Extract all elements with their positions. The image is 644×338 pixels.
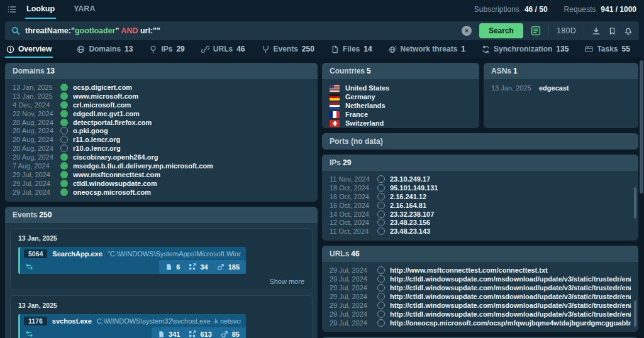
document-icon (158, 330, 165, 338)
domain-link[interactable]: oneocsp.microsoft.com (73, 188, 151, 196)
status-icon (377, 284, 385, 292)
link-icon (201, 45, 209, 53)
countries-panel: Countries5 United States Germany Netherl… (322, 63, 479, 128)
query-templates-icon[interactable] (531, 26, 541, 36)
table-row: 13 Jan, 2025ocsp.digicert.com (13, 83, 310, 92)
status-icon (377, 193, 385, 200)
search-icon (11, 26, 20, 35)
domain-link[interactable]: ciscobinary.openh264.org (73, 153, 158, 161)
domain-link[interactable]: r10.o.lencr.org (73, 144, 121, 152)
ports-panel-header: Ports (no data) (322, 133, 638, 150)
country-row: France (330, 110, 472, 119)
table-row: 29 Jul, 2024http://www.msftconnecttest.c… (330, 266, 631, 275)
asn-link[interactable]: edgecast (539, 84, 569, 92)
country-row: Netherlands (330, 101, 472, 110)
ip-link[interactable]: 2.16.241.12 (390, 193, 426, 200)
domain-link[interactable]: crl.microsoft.com (73, 101, 131, 109)
top-bar: Lookup YARA Subscriptions 46 / 50 Reques… (0, 0, 644, 19)
page-scrollbar[interactable] (640, 60, 643, 194)
query-text[interactable]: threatName:"gootloader" AND url:"" (25, 26, 160, 35)
urls-panel-header: URLs46 (322, 246, 638, 262)
modules-stat: 613 (189, 330, 211, 338)
tab-network-threats[interactable]: Network threats1 (387, 41, 467, 58)
url-link[interactable]: http://ctldl.windowsupdate.com/msdownloa… (390, 293, 631, 300)
ip-pin-icon (149, 45, 157, 53)
url-link[interactable]: http://ctldl.windowsupdate.com/msdownloa… (390, 310, 631, 318)
bookmark-icon[interactable] (608, 27, 616, 35)
table-row: 22 Nov, 2024edgedl.me.gvt1.com (13, 109, 310, 118)
tab-lookup[interactable]: Lookup (25, 0, 56, 19)
status-icon (377, 275, 385, 283)
tab-urls[interactable]: URLs46 (200, 41, 247, 58)
panel-scrollbar[interactable] (634, 300, 636, 327)
status-icon (60, 84, 68, 91)
search-input[interactable]: threatName:"gootloader" AND url:"" Searc… (5, 21, 639, 40)
domains-panel: Domains13 13 Jan, 2025ocsp.digicert.com … (5, 63, 318, 202)
domain-link[interactable]: msedge.b.tlu.dl.delivery.mp.microsoft.co… (73, 162, 213, 170)
domain-link[interactable]: detectportal.firefox.com (73, 119, 152, 126)
domain-link[interactable]: www.microsoft.com (73, 92, 138, 100)
ip-link[interactable]: 95.101.149.131 (390, 184, 438, 192)
tab-synchronization[interactable]: Synchronization135 (480, 41, 570, 58)
tab-files[interactable]: Files14 (330, 41, 374, 58)
table-row: 13 Jan, 2025edgecast (491, 84, 631, 92)
child-processes-icon[interactable] (25, 330, 33, 338)
url-link[interactable]: http://www.msftconnecttest.com/connectte… (390, 266, 548, 274)
domains-panel-header: Domains13 (5, 63, 318, 79)
country-name[interactable]: France (345, 111, 368, 118)
table-row: 20 Aug, 2024r11.o.lencr.org (13, 135, 310, 144)
url-link[interactable]: http://ctldl.windowsupdate.com/msdownloa… (390, 275, 631, 283)
country-row: Germany (330, 92, 472, 101)
tab-events[interactable]: Events250 (260, 41, 316, 58)
table-row: 16 Oct, 20242.16.241.12 (330, 192, 631, 201)
child-processes-icon[interactable] (25, 263, 33, 271)
tab-yara[interactable]: YARA (72, 0, 96, 19)
events-panel-header: Events250 (5, 207, 318, 223)
domain-link[interactable]: ctldl.windowsupdate.com (73, 180, 157, 187)
domain-link[interactable]: www.msftconnecttest.com (73, 171, 160, 178)
menu-icon[interactable] (8, 0, 16, 19)
urls-panel: URLs46 29 Jul, 2024http://www.msftconnec… (322, 246, 638, 332)
status-icon (377, 184, 385, 192)
ip-link[interactable]: 23.10.249.17 (390, 175, 430, 183)
table-row: 14 Oct, 202423.32.238.107 (330, 210, 631, 219)
search-button[interactable]: Search (479, 23, 523, 38)
process-row[interactable]: 5064 SearchApp.exe "C:\WINDOWS\SystemApp… (18, 247, 246, 274)
url-link[interactable]: http://oneocsp.microsoft.com/ocsp/mfqwuj… (390, 319, 631, 327)
tab-overview[interactable]: Overview (5, 41, 53, 58)
clear-icon[interactable] (462, 26, 472, 36)
country-name[interactable]: Netherlands (345, 102, 386, 109)
url-link[interactable]: http://ctldl.windowsupdate.com/msdownloa… (390, 302, 631, 309)
show-more-link[interactable]: Show more (18, 278, 304, 285)
country-name[interactable]: United States (345, 84, 389, 92)
domain-link[interactable]: r11.o.lencr.org (73, 136, 120, 143)
ip-link[interactable]: 23.48.23.156 (390, 219, 430, 226)
url-link[interactable]: http://ctldl.windowsupdate.com/msdownloa… (390, 284, 631, 292)
section-tabs: Overview Domains13 IPs29 URLs46 Events25… (5, 41, 639, 58)
tab-tasks[interactable]: Tasks55 (584, 41, 631, 58)
period-selector[interactable]: 180D (557, 26, 576, 35)
download-icon[interactable] (592, 26, 601, 35)
panel-scrollbar[interactable] (634, 187, 636, 219)
domain-link[interactable]: edgedl.me.gvt1.com (73, 110, 140, 117)
ips-panel: IPs29 11 Nov, 202423.10.249.17 18 Oct, 2… (322, 155, 638, 241)
bell-icon[interactable] (624, 26, 633, 35)
ip-link[interactable]: 23.32.238.107 (390, 210, 434, 218)
process-row[interactable]: 1176 svchost.exe C:\WINDOWS\system32\svc… (18, 314, 246, 338)
status-icon (60, 171, 68, 178)
country-name[interactable]: Switzerland (345, 119, 384, 127)
country-name[interactable]: Germany (345, 93, 375, 101)
ip-link[interactable]: 2.16.164.81 (390, 202, 426, 209)
tab-domains[interactable]: Domains13 (75, 41, 134, 58)
table-row: 20 Aug, 2024ciscobinary.openh264.org (13, 153, 310, 161)
domain-link[interactable]: o.pki.goog (73, 127, 108, 134)
subscriptions-quota: Subscriptions 46 / 50 (474, 5, 548, 14)
search-row: threatName:"gootloader" AND url:"" Searc… (5, 21, 639, 40)
status-icon (60, 180, 68, 187)
divider (548, 26, 549, 36)
tab-ips[interactable]: IPs29 (148, 41, 186, 58)
domain-link[interactable]: ocsp.digicert.com (73, 84, 132, 91)
event-card: 13 Jan, 2025 5064 SearchApp.exe "C:\WIND… (10, 228, 313, 290)
files-stat: 341 (158, 330, 180, 338)
ip-link[interactable]: 23.48.23.143 (390, 227, 430, 235)
